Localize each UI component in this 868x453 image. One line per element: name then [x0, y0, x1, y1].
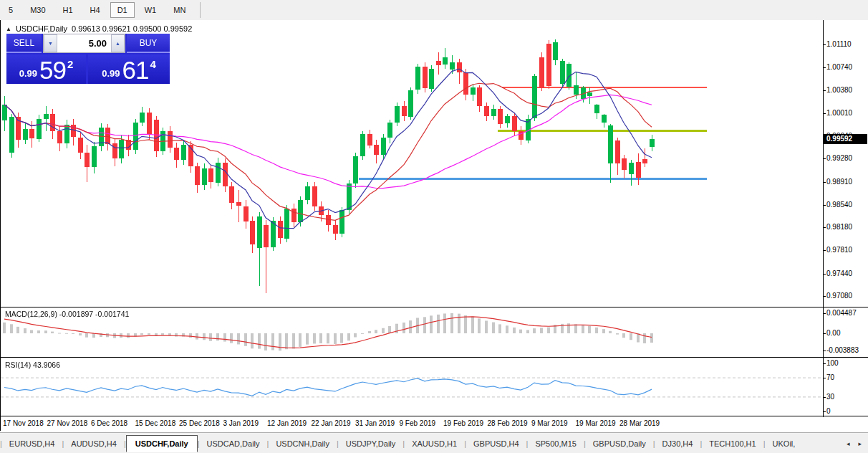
tab-scroll-left-icon[interactable]: ◂: [844, 438, 852, 449]
price-axis-tick: 1.00010: [826, 109, 852, 117]
axis-tick-mark: [823, 274, 826, 275]
macd-axis-tick: 0.00: [826, 329, 840, 337]
price-axis-tick: 0.98540: [826, 201, 852, 209]
price-axis-tick: 0.97440: [826, 270, 852, 277]
tab-scroll-nav: ◂▸: [844, 438, 868, 449]
volume-increase-icon[interactable]: ▲: [111, 34, 125, 52]
timeframe-button-w1[interactable]: W1: [138, 2, 164, 18]
date-axis-label: 25 Dec 2018: [179, 419, 220, 427]
date-axis-label: 3 Jan 2019: [223, 419, 259, 427]
macd-axis-tick: 0.004487: [826, 309, 857, 317]
chart-tab-gbpusd-daily[interactable]: GBPUSD,Daily: [586, 436, 653, 452]
rsi-label: RSI(14) 43.9066: [5, 361, 60, 369]
current-price-tag: 0.99592: [824, 134, 867, 144]
chart-tab-xauusd-h1[interactable]: XAUUSD,H1: [405, 436, 464, 452]
date-axis-label: 31 Jan 2019: [355, 419, 395, 427]
panel-divider[interactable]: [1, 357, 868, 358]
date-axis-label: 19 Mar 2019: [576, 419, 616, 427]
rsi-axis-tick: 70: [826, 373, 834, 381]
toolbar-separator: [200, 2, 201, 18]
price-axis-tick: 0.97810: [826, 246, 852, 254]
panel-divider: [1, 416, 868, 416]
rsi-axis-tick: 30: [826, 393, 834, 401]
timeframe-button-m30[interactable]: M30: [23, 2, 52, 18]
buy-price-box[interactable]: 0.99 61 4: [88, 54, 170, 84]
timeframe-toolbar: 5M30H1H4D1W1MN: [0, 0, 868, 21]
date-axis-label: 28 Mar 2019: [619, 419, 660, 427]
timeframe-button-h4[interactable]: H4: [83, 2, 107, 18]
sell-price-prefix: 0.99: [19, 68, 37, 79]
axis-tick-mark: [823, 113, 826, 114]
chart-tab-tech100-h1[interactable]: TECH100,H1: [702, 436, 763, 452]
axis-tick-mark: [823, 313, 826, 314]
price-axis-tick: 1.00380: [826, 86, 852, 94]
one-click-trading-panel: SELL ▼ 5.00 ▲ BUY 0.99 59 2 0.99 61 4: [6, 34, 170, 84]
timeframe-button-d1[interactable]: D1: [110, 2, 135, 18]
date-axis-label: 28 Feb 2019: [488, 419, 528, 427]
symbol-tab-bar: |EURUSD,H4|AUDUSD,H4|USDCHF,Daily|USDCAD…: [0, 432, 868, 453]
chart-tab-usdcad-daily[interactable]: USDCAD,Daily: [200, 436, 267, 452]
axis-tick-mark: [823, 205, 826, 206]
chart-header: ▲ USDCHF,Daily 0.99613 0.99621 0.99500 0…: [6, 24, 192, 33]
date-axis-label: 6 Dec 2018: [91, 419, 127, 427]
date-axis-label: 17 Nov 2018: [3, 419, 44, 427]
volume-stepper: ▼ 5.00 ▲: [43, 34, 125, 53]
sell-price-fraction: 2: [67, 58, 73, 70]
sell-button[interactable]: SELL: [6, 34, 42, 53]
collapse-icon[interactable]: ▲: [6, 26, 11, 32]
chart-tab-sp500-m15[interactable]: SP500,M15: [528, 436, 583, 452]
chart-tab-ukoil-[interactable]: UKOil,: [766, 436, 803, 452]
axis-tick-mark: [823, 182, 826, 183]
date-axis-label: 22 Jan 2019: [312, 419, 351, 427]
panel-divider[interactable]: [1, 307, 868, 307]
date-axis-label: 15 Dec 2018: [135, 419, 176, 427]
price-axis-tick: 0.97080: [826, 292, 852, 300]
macd-axis-tick: -0.003883: [826, 346, 859, 354]
chart-tab-audusd-h4[interactable]: AUDUSD,H4: [64, 436, 124, 452]
axis-tick-mark: [823, 333, 826, 334]
volume-input[interactable]: 5.00: [57, 34, 111, 52]
timeframe-button-h1[interactable]: H1: [56, 2, 80, 18]
sell-price-box[interactable]: 0.99 59 2: [6, 54, 86, 84]
axis-tick-mark: [823, 397, 826, 398]
timeframe-button-5[interactable]: 5: [1, 2, 20, 18]
chart-tab-usdchf-daily[interactable]: USDCHF,Daily: [126, 435, 198, 452]
axis-tick-mark: [823, 227, 826, 228]
axis-tick-mark: [823, 296, 826, 297]
chart-tab-usdjpy-daily[interactable]: USDJPY,Daily: [339, 436, 403, 452]
chart-ohlc-values: 0.99613 0.99621 0.99500 0.99592: [72, 24, 192, 33]
buy-button[interactable]: BUY: [127, 34, 170, 53]
date-axis-label: 12 Jan 2019: [267, 419, 307, 427]
macd-label: MACD(12,26,9) -0.001897 -0.001741: [5, 310, 129, 318]
chart-symbol-title: USDCHF,Daily: [16, 24, 67, 33]
rsi-axis-tick: 0: [826, 407, 831, 415]
chart-tab-eurusd-h4[interactable]: EURUSD,H4: [2, 436, 62, 452]
axis-tick-mark: [823, 158, 826, 159]
chart-tab-gbpusd-h4[interactable]: GBPUSD,H4: [466, 436, 526, 452]
chart-tab-usdcnh-daily[interactable]: USDCNH,Daily: [269, 436, 337, 452]
rsi-axis-tick: 100: [826, 359, 839, 367]
buy-price-fraction: 4: [150, 58, 155, 70]
rsi-indicator-chart[interactable]: [1, 358, 823, 416]
price-axis-tick: 1.01110: [826, 40, 852, 48]
date-axis[interactable]: 17 Nov 201827 Nov 20186 Dec 201815 Dec 2…: [1, 417, 868, 431]
axis-tick-mark: [823, 351, 826, 351]
buy-price-pips: 61: [122, 58, 149, 82]
timeframe-button-mn[interactable]: MN: [166, 2, 193, 18]
price-axis-tick: 0.98910: [826, 178, 852, 186]
date-axis-label: 19 Feb 2019: [443, 419, 483, 427]
axis-tick-mark: [823, 90, 826, 91]
axis-tick-mark: [823, 44, 826, 45]
chart-tab-dj30-h4[interactable]: DJ30,H4: [655, 436, 700, 452]
volume-decrease-icon[interactable]: ▼: [44, 34, 57, 52]
price-axis-border: [823, 20, 824, 431]
date-axis-label: 9 Mar 2019: [531, 419, 568, 427]
chart-window: ▲ USDCHF,Daily 0.99613 0.99621 0.99500 0…: [0, 20, 868, 431]
sell-price-pips: 59: [39, 58, 66, 82]
price-axis-tick: 0.99280: [826, 154, 852, 162]
tab-scroll-right-icon[interactable]: ▸: [856, 438, 864, 449]
axis-tick-mark: [823, 363, 826, 364]
axis-tick-mark: [823, 250, 826, 251]
date-axis-label: 27 Nov 2018: [47, 419, 88, 427]
axis-tick-mark: [823, 411, 826, 412]
